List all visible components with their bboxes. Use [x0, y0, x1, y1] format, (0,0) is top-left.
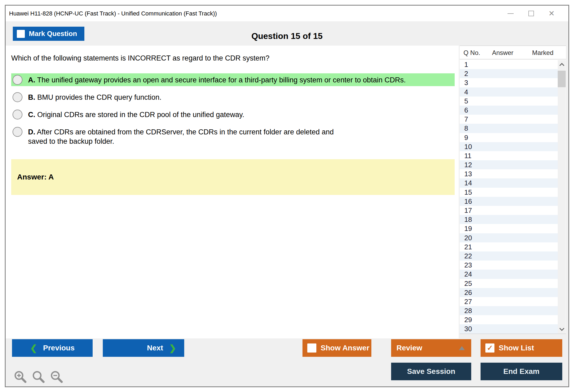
mark-question-label: Mark Question: [29, 30, 77, 38]
close-button[interactable]: ✕: [548, 10, 556, 18]
question-list-row[interactable]: 1: [460, 60, 558, 69]
mark-question-checkbox[interactable]: [17, 30, 25, 38]
chevron-down-icon: [559, 326, 564, 331]
zoom-out-icon: [52, 372, 62, 382]
question-list-row[interactable]: 6: [460, 106, 558, 115]
show-list-label: Show List: [499, 344, 534, 352]
option-b[interactable]: B. BMU provides the CDR query function.: [11, 91, 455, 103]
maximize-button[interactable]: [527, 10, 535, 18]
question-list-row[interactable]: 7: [460, 115, 558, 124]
question-list-row[interactable]: 21: [460, 242, 558, 251]
column-header-marked: Marked: [532, 49, 553, 57]
option-c-letter: C.: [28, 111, 35, 119]
previous-button[interactable]: ❮ Previous: [12, 339, 93, 357]
question-list-row[interactable]: 11: [460, 151, 558, 160]
option-d[interactable]: D. After CDRs are obtained from the CDRS…: [11, 125, 455, 147]
close-icon: ✕: [548, 10, 555, 17]
question-list-row[interactable]: 16: [460, 197, 558, 206]
question-list-row[interactable]: 28: [460, 306, 558, 315]
previous-label: Previous: [43, 344, 74, 352]
scrollbar-thumb[interactable]: [558, 71, 566, 87]
show-answer-label: Show Answer: [321, 344, 369, 352]
option-d-radio[interactable]: [13, 127, 22, 137]
option-a[interactable]: A. The unified gateway provides an open …: [11, 73, 455, 86]
up-triangle-icon: [459, 346, 465, 350]
chevron-up-icon: [559, 63, 564, 68]
scrollbar-up-button[interactable]: [558, 60, 566, 69]
question-list-scrollbar[interactable]: [558, 60, 566, 334]
question-list-row[interactable]: 19: [460, 224, 558, 233]
zoom-in-icon: [15, 372, 25, 382]
exam-player-window: Huawei H11-828 (HCNP-UC (Fast Track) - U…: [5, 5, 569, 387]
column-header-answer: Answer: [492, 49, 513, 57]
question-list-row[interactable]: 18: [460, 215, 558, 224]
question-list-row[interactable]: 26: [460, 288, 558, 297]
magnifier-icon: [33, 372, 44, 382]
question-list-row[interactable]: 20: [460, 233, 558, 242]
option-c[interactable]: C. Original CDRs are stored in the CDR p…: [11, 108, 455, 121]
zoom-reset-button[interactable]: [31, 370, 46, 385]
question-list-row[interactable]: 27: [460, 297, 558, 306]
window-controls: ✕: [506, 10, 568, 18]
question-list-row[interactable]: 12: [460, 160, 558, 169]
question-list-row[interactable]: 9: [460, 133, 558, 142]
question-list-row[interactable]: 29: [460, 315, 558, 324]
question-list-row[interactable]: 23: [460, 261, 558, 270]
next-button[interactable]: Next ❯: [103, 339, 184, 357]
answer-box: Answer: A: [11, 159, 455, 195]
question-list-row[interactable]: 8: [460, 124, 558, 133]
option-a-radio[interactable]: [13, 75, 22, 85]
question-list-row[interactable]: 3: [460, 78, 558, 87]
question-list-row[interactable]: 30: [460, 324, 558, 333]
question-list-row[interactable]: 25: [460, 279, 558, 288]
question-text: Which of the following statements is INC…: [11, 54, 446, 62]
next-label: Next: [147, 344, 163, 352]
minimize-icon: [508, 13, 514, 14]
zoom-out-button[interactable]: [49, 370, 64, 385]
answer-label: Answer: A: [11, 173, 54, 181]
question-counter: Question 15 of 15: [251, 31, 323, 41]
option-b-text: BMU provides the CDR query function.: [37, 93, 162, 101]
show-answer-button[interactable]: Show Answer: [302, 339, 371, 357]
question-list-row[interactable]: 5: [460, 97, 558, 106]
zoom-in-button[interactable]: [13, 370, 28, 385]
question-list-row[interactable]: 22: [460, 251, 558, 261]
option-b-radio[interactable]: [13, 92, 22, 102]
question-list-row[interactable]: 10: [460, 142, 558, 151]
zoom-toolbar: [13, 370, 64, 385]
question-list-row[interactable]: 2: [460, 69, 558, 78]
save-session-button[interactable]: Save Session: [391, 363, 471, 380]
review-button[interactable]: Review: [391, 339, 471, 357]
question-list-row[interactable]: 4: [460, 87, 558, 97]
save-session-label: Save Session: [407, 367, 455, 376]
option-d-text: After CDRs are obtained from the CDRServ…: [28, 128, 334, 145]
question-list-row[interactable]: 24: [460, 270, 558, 279]
question-list-row[interactable]: 15: [460, 188, 558, 197]
column-header-qno: Q No.: [463, 49, 480, 57]
option-d-letter: D.: [28, 128, 35, 136]
option-a-letter: A.: [28, 76, 35, 84]
chevron-left-icon: ❮: [30, 344, 37, 352]
mark-question-button[interactable]: Mark Question: [13, 27, 84, 41]
end-exam-label: End Exam: [503, 367, 539, 376]
question-list-row[interactable]: 14: [460, 178, 558, 187]
option-c-radio[interactable]: [13, 110, 22, 119]
question-list-row[interactable]: 13: [460, 169, 558, 178]
option-c-text: Original CDRs are stored in the CDR pool…: [37, 111, 244, 119]
check-icon: ✓: [487, 345, 493, 352]
minimize-button[interactable]: [506, 10, 514, 18]
question-list-header: Q No. Answer Marked: [460, 46, 566, 59]
maximize-icon: [528, 11, 534, 16]
option-b-letter: B.: [28, 93, 35, 101]
titlebar: Huawei H11-828 (HCNP-UC (Fast Track) - U…: [6, 6, 568, 21]
show-list-checkbox[interactable]: ✓: [485, 343, 494, 353]
end-exam-button[interactable]: End Exam: [481, 363, 562, 380]
question-list-row[interactable]: 17: [460, 206, 558, 215]
question-list-panel: Q No. Answer Marked 12345678910111213141…: [460, 46, 566, 334]
show-list-button[interactable]: ✓ Show List: [481, 339, 562, 357]
scrollbar-down-button[interactable]: [558, 325, 566, 334]
question-list-rows: 1234567891011121314151617181920212223242…: [460, 60, 558, 334]
show-answer-checkbox[interactable]: [307, 343, 316, 353]
review-label: Review: [396, 344, 422, 352]
question-area: Which of the following statements is INC…: [6, 46, 459, 338]
